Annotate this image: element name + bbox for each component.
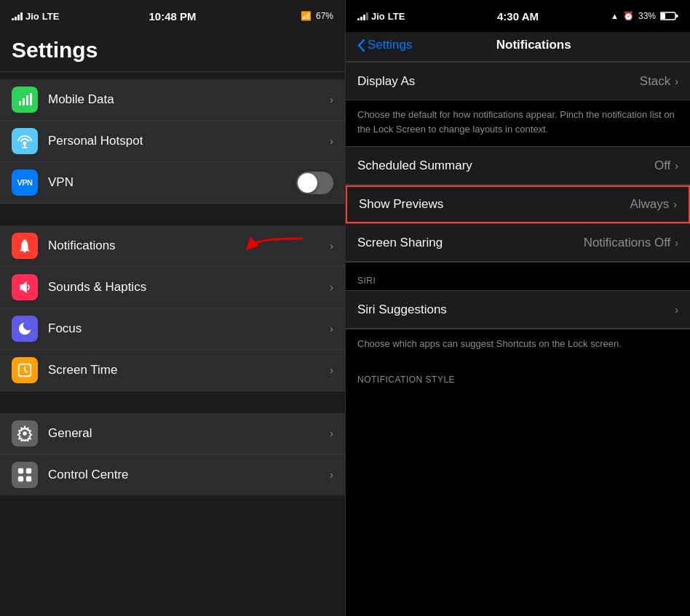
divider-bottom xyxy=(0,391,345,413)
scheduled-summary-label: Scheduled Summary xyxy=(357,159,654,173)
network-left: LTE xyxy=(42,11,60,22)
settings-list: Mobile Data › Personal Hotspot › xyxy=(0,72,345,616)
hotspot-chevron: › xyxy=(330,135,333,147)
back-label: Settings xyxy=(368,38,412,52)
display-as-item[interactable]: Display As Stack › xyxy=(346,63,690,100)
mobile-data-chevron: › xyxy=(330,94,333,105)
svg-rect-12 xyxy=(26,468,31,473)
show-previews-label: Show Previews xyxy=(359,197,630,212)
vpn-label: VPN xyxy=(48,175,296,190)
scheduled-summary-chevron: › xyxy=(675,160,678,172)
settings-item-sounds[interactable]: Sounds & Haptics › xyxy=(0,267,345,308)
toggle-knob xyxy=(298,173,317,193)
notifications-chevron: › xyxy=(330,240,333,252)
svg-rect-14 xyxy=(26,476,31,481)
svg-point-10 xyxy=(23,431,27,436)
hotspot-icon xyxy=(12,128,38,154)
svg-rect-17 xyxy=(661,13,665,19)
screen-sharing-item[interactable]: Screen Sharing Notifications Off › xyxy=(346,224,690,262)
time-right: 4:30 AM xyxy=(497,10,539,23)
svg-rect-1 xyxy=(23,98,25,105)
display-as-label: Display As xyxy=(357,74,640,89)
scheduled-summary-value: Off xyxy=(654,159,670,173)
alarm-icon: ⏰ xyxy=(623,11,634,21)
svg-rect-13 xyxy=(18,476,23,481)
focus-label: Focus xyxy=(48,321,330,336)
notifications-icon xyxy=(12,233,38,259)
screen-time-chevron: › xyxy=(330,364,333,376)
notification-style-header: NOTIFICATION STYLE xyxy=(346,361,690,389)
svg-rect-11 xyxy=(18,468,23,473)
svg-rect-16 xyxy=(676,15,678,17)
screen-time-label: Screen Time xyxy=(48,363,330,377)
siri-suggestions-item[interactable]: Siri Suggestions › xyxy=(346,291,690,329)
carrier-right: Jio xyxy=(371,11,385,22)
screen-time-icon xyxy=(12,357,38,383)
screen-sharing-chevron: › xyxy=(675,237,678,249)
svg-rect-2 xyxy=(26,95,28,105)
status-right-right: ▲ ⏰ 33% xyxy=(611,11,678,21)
battery-pct-right: 33% xyxy=(638,11,656,21)
left-panel: Jio LTE 10:48 PM 📶 67% Settings Mobile xyxy=(0,0,345,616)
siri-section-header: SIRI xyxy=(346,263,690,290)
carrier-info-right: Jio LTE xyxy=(357,11,405,22)
general-icon xyxy=(12,420,38,447)
settings-title: Settings xyxy=(12,38,333,63)
carrier-info-left: Jio LTE xyxy=(12,11,59,22)
settings-item-focus[interactable]: Focus › xyxy=(0,308,345,350)
back-button[interactable]: Settings xyxy=(357,38,412,52)
sounds-label: Sounds & Haptics xyxy=(48,280,330,295)
control-centre-chevron: › xyxy=(330,469,333,481)
show-previews-chevron: › xyxy=(673,199,677,210)
focus-icon xyxy=(12,316,38,342)
siri-description: Choose which apps can suggest Shortcuts … xyxy=(346,329,690,361)
control-centre-icon xyxy=(12,462,38,488)
settings-item-vpn[interactable]: VPN VPN xyxy=(0,162,345,204)
signal-icon-right xyxy=(357,12,368,20)
mobile-data-label: Mobile Data xyxy=(48,92,330,107)
focus-chevron: › xyxy=(330,323,333,335)
screen-sharing-value: Notifications Off xyxy=(584,236,671,250)
status-bar-right: Jio LTE 4:30 AM ▲ ⏰ 33% xyxy=(346,0,690,32)
settings-item-control-centre[interactable]: Control Centre › xyxy=(0,455,345,495)
vpn-icon: VPN xyxy=(12,169,38,196)
mobile-data-icon xyxy=(12,87,38,113)
sounds-chevron: › xyxy=(330,281,333,293)
status-right-left: 📶 67% xyxy=(301,11,333,21)
siri-suggestions-chevron: › xyxy=(675,304,678,316)
general-label: General xyxy=(48,426,330,441)
divider-mid xyxy=(0,204,345,225)
settings-item-general[interactable]: General › xyxy=(0,413,345,455)
divider-top xyxy=(0,72,345,79)
screen-sharing-label: Screen Sharing xyxy=(357,236,584,250)
sounds-icon xyxy=(12,274,38,300)
show-previews-item[interactable]: Show Previews Always › xyxy=(346,185,690,223)
control-centre-label: Control Centre xyxy=(48,468,330,482)
right-panel: Jio LTE 4:30 AM ▲ ⏰ 33% Settings Notific… xyxy=(345,0,690,616)
display-as-chevron: › xyxy=(675,76,678,87)
vpn-text: VPN xyxy=(17,178,32,187)
hotspot-label: Personal Hotspot xyxy=(48,134,330,148)
carrier-left: Jio xyxy=(25,11,39,22)
red-arrow xyxy=(243,231,309,260)
settings-item-screen-time[interactable]: Screen Time › xyxy=(0,350,345,391)
status-bar-left: Jio LTE 10:48 PM 📶 67% xyxy=(0,0,345,32)
battery-icon-right xyxy=(660,12,678,20)
scheduled-summary-item[interactable]: Scheduled Summary Off › xyxy=(346,147,690,185)
settings-item-personal-hotspot[interactable]: Personal Hotspot › xyxy=(0,121,345,162)
battery-pct-left: 67% xyxy=(316,11,333,21)
vpn-toggle[interactable] xyxy=(296,172,333,194)
svg-marker-8 xyxy=(20,281,27,294)
settings-item-notifications[interactable]: Notifications › xyxy=(0,225,345,267)
network-right: LTE xyxy=(388,11,405,22)
right-content: Display As Stack › Choose the default fo… xyxy=(346,62,690,616)
display-as-description: Choose the default for how notifications… xyxy=(346,100,690,146)
general-chevron: › xyxy=(330,428,333,439)
show-previews-value: Always xyxy=(630,197,669,212)
time-left: 10:48 PM xyxy=(148,10,196,23)
svg-rect-3 xyxy=(30,93,32,105)
nav-bar-right: Settings Notifications xyxy=(346,32,690,62)
svg-rect-0 xyxy=(19,101,21,105)
settings-title-area: Settings xyxy=(0,32,345,72)
settings-item-mobile-data[interactable]: Mobile Data › xyxy=(0,79,345,121)
